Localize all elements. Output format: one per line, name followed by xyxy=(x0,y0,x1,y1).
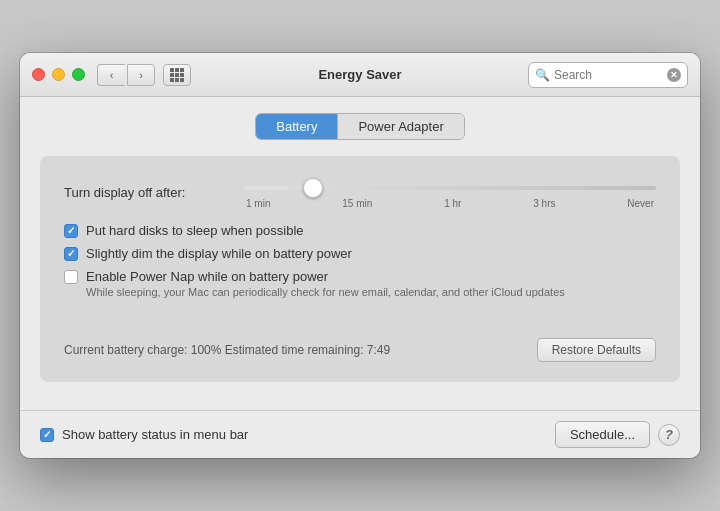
checkbox-dim-display[interactable] xyxy=(64,247,78,261)
tab-power-adapter[interactable]: Power Adapter xyxy=(338,114,463,139)
grid-button[interactable] xyxy=(163,64,191,86)
back-button[interactable]: ‹ xyxy=(97,64,125,86)
help-button[interactable]: ? xyxy=(658,424,680,446)
footer-checkbox-row: Show battery status in menu bar xyxy=(40,427,555,442)
tick-never: Never xyxy=(627,198,654,209)
slider-row: Turn display off after: 1 min 15 min 1 h… xyxy=(64,176,656,209)
checkbox-row-dim-display: Slightly dim the display while on batter… xyxy=(64,246,656,261)
checkbox-label-power-nap: Enable Power Nap while on battery power xyxy=(86,269,328,284)
tick-1min: 1 min xyxy=(246,198,270,209)
titlebar: ‹ › Energy Saver 🔍 ✕ xyxy=(20,53,700,97)
schedule-button[interactable]: Schedule... xyxy=(555,421,650,448)
footer-right: Schedule... ? xyxy=(555,421,680,448)
search-clear-button[interactable]: ✕ xyxy=(667,68,681,82)
tab-battery[interactable]: Battery xyxy=(256,114,338,139)
checkbox-row-hard-disks: Put hard disks to sleep when possible xyxy=(64,223,656,238)
slider-container: 1 min 15 min 1 hr 3 hrs Never xyxy=(244,176,656,209)
tab-group: Battery Power Adapter xyxy=(40,113,680,140)
traffic-lights xyxy=(32,68,85,81)
content-area: Battery Power Adapter Turn display off a… xyxy=(20,97,700,410)
status-row: Current battery charge: 100% Estimated t… xyxy=(64,338,656,362)
checkbox-item-hard-disks: Put hard disks to sleep when possible xyxy=(64,223,656,238)
checkbox-label-hard-disks: Put hard disks to sleep when possible xyxy=(86,223,304,238)
display-off-slider[interactable] xyxy=(244,186,656,190)
checkbox-item-dim-display: Slightly dim the display while on batter… xyxy=(64,246,656,261)
slider-label: Turn display off after: xyxy=(64,185,244,200)
forward-button[interactable]: › xyxy=(127,64,155,86)
checkbox-hard-disks[interactable] xyxy=(64,224,78,238)
maximize-button[interactable] xyxy=(72,68,85,81)
nav-buttons: ‹ › xyxy=(97,64,155,86)
checkbox-item-power-nap: Enable Power Nap while on battery power … xyxy=(64,269,656,298)
window-title: Energy Saver xyxy=(318,67,401,82)
search-icon: 🔍 xyxy=(535,68,550,82)
search-input[interactable] xyxy=(554,68,667,82)
checkbox-power-nap[interactable] xyxy=(64,270,78,284)
power-nap-sublabel: While sleeping, your Mac can periodicall… xyxy=(86,286,656,298)
footer-checkbox-label: Show battery status in menu bar xyxy=(62,427,248,442)
slider-ticks: 1 min 15 min 1 hr 3 hrs Never xyxy=(244,198,656,209)
tab-container: Battery Power Adapter xyxy=(255,113,464,140)
close-button[interactable] xyxy=(32,68,45,81)
battery-status-text: Current battery charge: 100% Estimated t… xyxy=(64,343,390,357)
checkbox-battery-status[interactable] xyxy=(40,428,54,442)
grid-icon xyxy=(170,68,184,82)
main-panel: Turn display off after: 1 min 15 min 1 h… xyxy=(40,156,680,382)
checkbox-group: Put hard disks to sleep when possible Sl… xyxy=(64,223,656,298)
window: ‹ › Energy Saver 🔍 ✕ Battery Power Adapt… xyxy=(20,53,700,458)
tick-15min: 15 min xyxy=(342,198,372,209)
checkbox-row-power-nap: Enable Power Nap while on battery power xyxy=(64,269,656,284)
checkbox-label-dim-display: Slightly dim the display while on batter… xyxy=(86,246,352,261)
footer: Show battery status in menu bar Schedule… xyxy=(20,410,700,458)
minimize-button[interactable] xyxy=(52,68,65,81)
tick-3hrs: 3 hrs xyxy=(533,198,555,209)
tick-1hr: 1 hr xyxy=(444,198,461,209)
restore-defaults-button[interactable]: Restore Defaults xyxy=(537,338,656,362)
search-bar[interactable]: 🔍 ✕ xyxy=(528,62,688,88)
